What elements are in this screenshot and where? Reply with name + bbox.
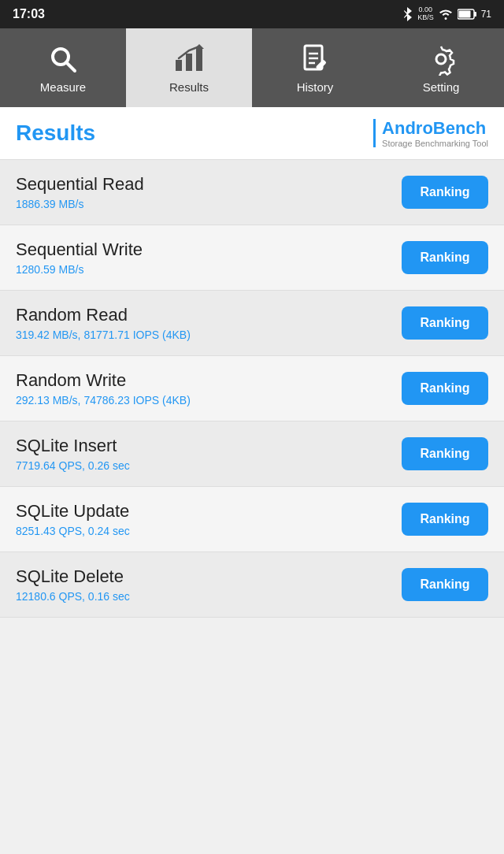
- tab-history-label: History: [297, 80, 334, 94]
- result-name: SQLite Insert: [16, 436, 130, 456]
- wifi-icon: [439, 9, 453, 20]
- tab-measure[interactable]: Measure: [0, 28, 126, 107]
- tab-measure-label: Measure: [40, 80, 86, 94]
- results-header: Results AndroBench Storage Benchmarking …: [0, 107, 504, 160]
- tab-setting[interactable]: Setting: [378, 28, 504, 107]
- result-name: SQLite Delete: [16, 566, 130, 587]
- result-name: Random Write: [16, 370, 191, 391]
- result-value: 319.42 MB/s, 81771.71 IOPS (4KB): [16, 329, 191, 341]
- result-info: SQLite Insert7719.64 QPS, 0.26 sec: [16, 436, 130, 472]
- ranking-button[interactable]: Ranking: [402, 241, 488, 274]
- battery-icon: [458, 9, 476, 20]
- result-info: SQLite Update8251.43 QPS, 0.24 sec: [16, 501, 130, 537]
- result-value: 292.13 MB/s, 74786.23 IOPS (4KB): [16, 394, 191, 407]
- ranking-button[interactable]: Ranking: [402, 372, 488, 405]
- result-value: 8251.43 QPS, 0.24 sec: [16, 525, 130, 537]
- results-title: Results: [16, 121, 95, 146]
- tab-history[interactable]: History: [252, 28, 378, 107]
- result-name: Sequential Write: [16, 239, 143, 260]
- status-time: 17:03: [13, 7, 45, 21]
- result-row: Random Read319.42 MB/s, 81771.71 IOPS (4…: [0, 291, 504, 356]
- brand-name: AndroBench Storage Benchmarking Tool: [382, 118, 488, 148]
- brand-plain: Andro: [382, 118, 433, 138]
- ranking-button[interactable]: Ranking: [402, 437, 488, 470]
- svg-rect-2: [458, 11, 470, 18]
- chart-icon: [172, 43, 206, 76]
- result-list: Sequential Read1886.39 MB/sRankingSequen…: [0, 160, 504, 618]
- svg-point-14: [436, 54, 446, 64]
- brand-divider: [373, 119, 376, 147]
- result-row: SQLite Insert7719.64 QPS, 0.26 secRankin…: [0, 421, 504, 487]
- status-icons: 0.00KB/S 71: [402, 6, 491, 22]
- result-info: Sequential Read1886.39 MB/s: [16, 174, 144, 210]
- result-row: Sequential Write1280.59 MB/sRanking: [0, 225, 504, 291]
- result-row: Sequential Read1886.39 MB/sRanking: [0, 160, 504, 225]
- bluetooth-icon: [402, 7, 413, 21]
- result-name: SQLite Update: [16, 501, 130, 522]
- svg-marker-8: [195, 44, 204, 49]
- result-value: 1280.59 MB/s: [16, 263, 143, 276]
- result-info: SQLite Delete12180.6 QPS, 0.16 sec: [16, 566, 130, 603]
- ranking-button[interactable]: Ranking: [402, 306, 488, 340]
- result-info: Sequential Write1280.59 MB/s: [16, 239, 143, 276]
- svg-rect-6: [186, 54, 192, 71]
- ranking-button[interactable]: Ranking: [402, 568, 488, 601]
- ranking-button[interactable]: Ranking: [402, 503, 488, 536]
- tab-bar: Measure Results History: [0, 28, 504, 107]
- status-bar: 17:03 0.00KB/S 71: [0, 0, 504, 28]
- tab-results-label: Results: [169, 80, 209, 94]
- brand-colored: Bench: [433, 118, 486, 138]
- document-icon: [298, 43, 332, 76]
- svg-rect-5: [176, 60, 182, 71]
- svg-rect-1: [474, 12, 476, 17]
- result-value: 7719.64 QPS, 0.26 sec: [16, 459, 130, 472]
- result-value: 1886.39 MB/s: [16, 198, 144, 210]
- result-info: Random Write292.13 MB/s, 74786.23 IOPS (…: [16, 370, 191, 407]
- svg-rect-7: [196, 49, 202, 71]
- result-info: Random Read319.42 MB/s, 81771.71 IOPS (4…: [16, 305, 191, 341]
- ranking-button[interactable]: Ranking: [402, 176, 488, 209]
- result-value: 12180.6 QPS, 0.16 sec: [16, 590, 130, 603]
- result-name: Sequential Read: [16, 174, 144, 195]
- network-speed-text: 0.00KB/S: [417, 6, 434, 22]
- search-icon: [46, 43, 80, 76]
- tab-setting-label: Setting: [423, 80, 460, 94]
- result-row: SQLite Delete12180.6 QPS, 0.16 secRankin…: [0, 552, 504, 618]
- tab-results[interactable]: Results: [126, 28, 252, 107]
- result-row: SQLite Update8251.43 QPS, 0.24 secRankin…: [0, 487, 504, 552]
- brand-subtitle: Storage Benchmarking Tool: [382, 139, 488, 148]
- result-row: Random Write292.13 MB/s, 74786.23 IOPS (…: [0, 356, 504, 421]
- result-name: Random Read: [16, 305, 191, 325]
- gear-icon: [424, 43, 458, 76]
- brand: AndroBench Storage Benchmarking Tool: [373, 118, 488, 148]
- svg-line-4: [66, 62, 75, 71]
- brand-bar: AndroBench Storage Benchmarking Tool: [373, 118, 488, 148]
- battery-level: 71: [481, 9, 491, 20]
